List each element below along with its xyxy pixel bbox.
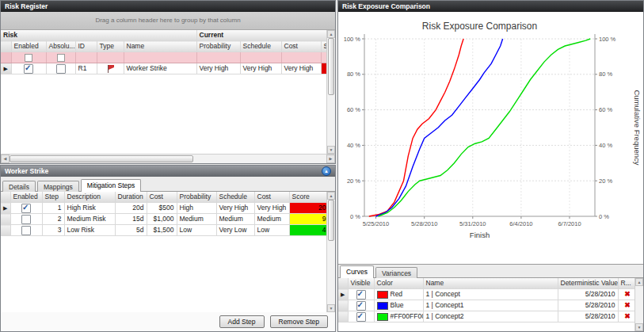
col-name[interactable]: Name <box>124 41 196 52</box>
cell-duration[interactable]: 5d <box>115 225 147 236</box>
delete-curve-icon[interactable]: ✖ <box>624 312 631 320</box>
cell-probability[interactable]: Low <box>177 225 216 236</box>
cell-score[interactable]: 20 <box>289 203 326 214</box>
cell-probability[interactable]: Medium <box>177 214 216 225</box>
col-absolute[interactable]: Absolu... <box>46 41 75 52</box>
cell-step[interactable]: 1 <box>42 203 64 214</box>
cell-enabled[interactable]: ✓ <box>10 214 42 225</box>
enabled-checkbox[interactable]: ✓ <box>21 226 31 235</box>
cell-enabled[interactable]: ✓ <box>10 225 42 236</box>
scroll-up-icon[interactable]: ▲ <box>327 192 335 200</box>
cell-score[interactable]: 4 <box>289 225 326 236</box>
col-name[interactable]: Name <box>423 278 558 289</box>
filter-score[interactable] <box>321 52 326 63</box>
remove-step-button[interactable]: Remove Step <box>270 315 329 328</box>
filter-type[interactable] <box>97 52 124 63</box>
cell-name[interactable]: 1 | Concept <box>423 289 558 300</box>
delete-curve-icon[interactable]: ✖ <box>624 301 631 309</box>
cell-color[interactable]: Red <box>374 289 423 300</box>
cell-schedule[interactable]: Very Low <box>216 225 254 236</box>
mitigation-vertical-scrollbar[interactable]: ▲ ▼ <box>326 192 335 312</box>
scroll-up-icon[interactable]: ▲ <box>635 278 643 286</box>
cell-color[interactable]: Blue <box>374 300 423 311</box>
cell-cost-impact[interactable]: Medium <box>254 214 289 225</box>
col-duration[interactable]: Duration <box>115 192 147 203</box>
cell-score[interactable] <box>321 63 326 74</box>
col-probability[interactable]: Probability <box>177 192 216 203</box>
curves-vertical-scrollbar[interactable]: ▲ ▼ <box>634 278 643 331</box>
cell-deterministic-value[interactable]: 5/28/2010 <box>558 289 618 300</box>
cell-absolute[interactable]: ✓ <box>46 63 75 74</box>
filter-id[interactable] <box>75 52 97 63</box>
cell-description[interactable]: Medium Risk <box>64 214 115 225</box>
cell-step[interactable]: 2 <box>42 214 64 225</box>
cell-visible[interactable]: ✓ <box>348 311 374 322</box>
risk-register-horizontal-scrollbar[interactable]: ◀ ▶ <box>1 154 335 163</box>
col-enabled[interactable]: Enabled <box>11 41 46 52</box>
group-by-drop-zone[interactable]: Drag a column header here to group by th… <box>1 12 335 30</box>
cell-cost[interactable]: Very High <box>281 63 321 74</box>
cell-probability[interactable]: High <box>177 203 216 214</box>
cell-step[interactable]: 3 <box>42 225 64 236</box>
col-id[interactable]: ID <box>75 41 97 52</box>
visible-checkbox[interactable]: ✓ <box>356 312 366 322</box>
enabled-checkbox[interactable]: ✓ <box>21 204 31 213</box>
col-probability[interactable]: Probability <box>196 41 240 52</box>
col-score[interactable]: Sc <box>321 41 326 52</box>
col-schedule[interactable]: Schedule <box>216 192 254 203</box>
tab-details[interactable]: Details <box>2 181 36 192</box>
cell-cost[interactable]: $1,500 <box>147 225 177 236</box>
scroll-right-icon[interactable]: ▶ <box>326 155 335 163</box>
col-deterministic-value[interactable]: Deterministic Value <box>558 278 618 289</box>
absolute-checkbox[interactable]: ✓ <box>56 64 66 74</box>
col-cost[interactable]: Cost <box>281 41 321 52</box>
tab-mitigation-steps[interactable]: Mitigation Steps <box>81 179 141 192</box>
cell-enabled[interactable]: ✓ <box>11 63 46 74</box>
tab-curves[interactable]: Curves <box>340 265 374 278</box>
filter-absolute[interactable] <box>46 52 75 63</box>
filter-name[interactable] <box>124 52 196 63</box>
col-color[interactable]: Color <box>374 278 423 289</box>
collapse-panel-button[interactable]: ▲ <box>322 166 331 176</box>
col-enabled[interactable]: Enabled <box>10 192 42 203</box>
scroll-up-icon[interactable]: ▲ <box>327 30 335 38</box>
cell-color[interactable]: #FF00FF00 <box>374 311 423 322</box>
cell-deterministic-value[interactable]: 5/28/2010 <box>558 300 618 311</box>
cell-remove[interactable]: ✖ <box>618 311 634 322</box>
scroll-down-icon[interactable]: ▼ <box>327 304 335 312</box>
risk-register-vertical-scrollbar[interactable]: ▲ ▼ <box>326 30 335 154</box>
filter-schedule[interactable] <box>240 52 281 63</box>
cell-cost[interactable]: $500 <box>147 203 177 214</box>
cell-cost-impact[interactable]: Low <box>254 225 289 236</box>
scroll-down-icon[interactable]: ▼ <box>635 323 643 331</box>
col-schedule[interactable]: Schedule <box>240 41 281 52</box>
col-score[interactable]: Score <box>289 192 326 203</box>
cell-name[interactable]: Worker Strike <box>124 63 196 74</box>
col-remove[interactable]: R... <box>618 278 634 289</box>
delete-curve-icon[interactable]: ✖ <box>624 290 631 298</box>
filter-enabled[interactable] <box>11 52 46 63</box>
col-cost[interactable]: Cost <box>147 192 177 203</box>
cell-cost-impact[interactable]: Very High <box>254 203 289 214</box>
col-description[interactable]: Description <box>64 192 115 203</box>
filter-cost[interactable] <box>281 52 321 63</box>
cell-schedule[interactable]: Very High <box>240 63 281 74</box>
visible-checkbox[interactable]: ✓ <box>356 290 366 300</box>
col-visible[interactable]: Visible <box>348 278 374 289</box>
add-step-button[interactable]: Add Step <box>219 315 265 328</box>
cell-name[interactable]: 1 | Concept2 <box>423 311 558 322</box>
cell-visible[interactable]: ✓ <box>348 300 374 311</box>
enabled-checkbox[interactable]: ✓ <box>21 215 31 224</box>
visible-checkbox[interactable]: ✓ <box>356 301 366 311</box>
cell-score[interactable]: 9 <box>289 214 326 225</box>
cell-probability[interactable]: Very High <box>196 63 240 74</box>
tab-variances[interactable]: Variances <box>375 267 417 278</box>
cell-id[interactable]: R1 <box>75 63 97 74</box>
cell-cost[interactable]: $1,000 <box>147 214 177 225</box>
cell-description[interactable]: Low Risk <box>64 225 115 236</box>
col-step[interactable]: Step <box>42 192 64 203</box>
cell-description[interactable]: High Risk <box>64 203 115 214</box>
scroll-down-icon[interactable]: ▼ <box>327 146 335 154</box>
col-cost-impact[interactable]: Cost <box>254 192 289 203</box>
cell-type[interactable] <box>97 63 124 74</box>
